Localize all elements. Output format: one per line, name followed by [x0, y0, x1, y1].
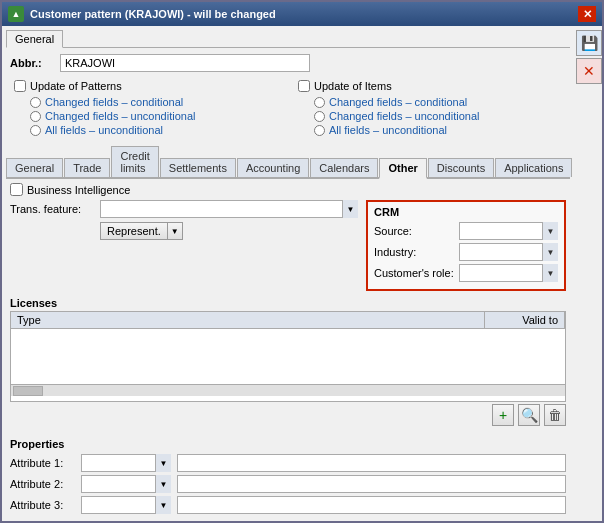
crm-industry-row: Industry: ▼ [374, 243, 558, 261]
crm-role-select[interactable] [459, 264, 558, 282]
add-license-button[interactable]: + [492, 404, 514, 426]
attr2-select-wrapper: ▼ [81, 475, 171, 493]
tab-calendars[interactable]: Calendars [310, 158, 378, 177]
tab-settlements[interactable]: Settlements [160, 158, 236, 177]
attr3-select[interactable] [81, 496, 171, 514]
bi-checkbox[interactable] [10, 183, 23, 196]
crm-role-label: Customer's role: [374, 267, 459, 279]
update-items-checkbox[interactable] [298, 80, 310, 92]
bi-row: Business Intelligence [6, 183, 570, 196]
delete-button[interactable]: ✕ [576, 58, 602, 84]
crm-panel: CRM Source: ▼ Industry: [366, 200, 566, 291]
attr3-select-wrapper: ▼ [81, 496, 171, 514]
crm-source-select[interactable] [459, 222, 558, 240]
title-bar-left: ▲ Customer pattern (KRAJOWI) - will be c… [8, 6, 276, 22]
items-radio-3: All fields – unconditional [314, 124, 562, 136]
update-patterns-header: Update of Patterns [14, 80, 278, 92]
table-body[interactable] [11, 329, 565, 384]
items-radio-conditional[interactable] [314, 97, 325, 108]
abbr-row: Abbr.: [6, 54, 570, 72]
delete-license-button[interactable]: 🗑 [544, 404, 566, 426]
attr3-row: Attribute 3: ▼ [10, 496, 566, 514]
scroll-thumb[interactable] [13, 386, 43, 396]
attr1-select-wrapper: ▼ [81, 454, 171, 472]
abbr-label: Abbr.: [10, 57, 60, 69]
patterns-radio-all[interactable] [30, 125, 41, 136]
table-actions: + 🔍 🗑 [10, 402, 566, 428]
properties-title: Properties [10, 438, 566, 450]
col-valid: Valid to [485, 312, 565, 328]
attr2-label: Attribute 2: [10, 478, 75, 490]
tab-content-other: Business Intelligence Trans. feature: ▼ [6, 183, 570, 517]
inner-content: Trans. feature: ▼ Represent. ▼ [6, 200, 570, 291]
represent-dropdown-button[interactable]: ▼ [168, 222, 183, 240]
attr1-select[interactable] [81, 454, 171, 472]
window-title: Customer pattern (KRAJOWI) - will be cha… [30, 8, 276, 20]
right-sidebar: 💾 ✕ [574, 26, 602, 521]
licenses-section: Licenses Type Valid to + [10, 297, 566, 428]
items-radio-unconditional[interactable] [314, 111, 325, 122]
main-content: General Abbr.: Update of Patterns Chan [2, 26, 574, 521]
tab-applications[interactable]: Applications [495, 158, 572, 177]
title-bar: ▲ Customer pattern (KRAJOWI) - will be c… [2, 2, 602, 26]
attr1-input[interactable] [177, 454, 566, 472]
update-items-group: Update of Items Changed fields – conditi… [298, 80, 562, 138]
search-license-button[interactable]: 🔍 [518, 404, 540, 426]
crm-role-wrapper: ▼ [459, 264, 558, 282]
items-radio-all[interactable] [314, 125, 325, 136]
items-radio-2: Changed fields – unconditional [314, 110, 562, 122]
represent-row: Represent. ▼ [10, 222, 358, 240]
abbr-input[interactable] [60, 54, 310, 72]
crm-role-row: Customer's role: ▼ [374, 264, 558, 282]
update-section: Update of Patterns Changed fields – cond… [6, 76, 570, 142]
attr1-label: Attribute 1: [10, 457, 75, 469]
crm-industry-label: Industry: [374, 246, 459, 258]
attr3-label: Attribute 3: [10, 499, 75, 511]
window-close-button[interactable]: ✕ [578, 6, 596, 22]
tab-discounts[interactable]: Discounts [428, 158, 494, 177]
licenses-title: Licenses [10, 297, 566, 309]
patterns-radio-unconditional[interactable] [30, 111, 41, 122]
attr2-select[interactable] [81, 475, 171, 493]
content-area: General Abbr.: Update of Patterns Chan [2, 26, 602, 521]
horizontal-scrollbar[interactable] [11, 384, 565, 396]
update-patterns-group: Update of Patterns Changed fields – cond… [14, 80, 278, 138]
app-icon: ▲ [8, 6, 24, 22]
patterns-radio-conditional[interactable] [30, 97, 41, 108]
crm-industry-select[interactable] [459, 243, 558, 261]
save-button[interactable]: 💾 [576, 30, 602, 56]
main-window: ▲ Customer pattern (KRAJOWI) - will be c… [0, 0, 604, 523]
patterns-radio-1: Changed fields – conditional [30, 96, 278, 108]
trans-feature-label: Trans. feature: [10, 203, 100, 215]
update-items-header: Update of Items [298, 80, 562, 92]
attr2-input[interactable] [177, 475, 566, 493]
patterns-radio-2: Changed fields – unconditional [30, 110, 278, 122]
attr2-row: Attribute 2: ▼ [10, 475, 566, 493]
table-header: Type Valid to [11, 312, 565, 329]
crm-industry-wrapper: ▼ [459, 243, 558, 261]
crm-source-label: Source: [374, 225, 459, 237]
tab-other[interactable]: Other [379, 158, 426, 179]
tab-credit-limits[interactable]: Credit limits [111, 146, 158, 177]
tab-general[interactable]: General [6, 158, 63, 177]
crm-source-wrapper: ▼ [459, 222, 558, 240]
trans-feature-select[interactable] [100, 200, 358, 218]
update-patterns-checkbox[interactable] [14, 80, 26, 92]
col-type: Type [11, 312, 485, 328]
tab-trade[interactable]: Trade [64, 158, 110, 177]
outer-tab-general[interactable]: General [6, 30, 63, 48]
outer-tab-bar: General [6, 30, 570, 48]
attr1-row: Attribute 1: ▼ [10, 454, 566, 472]
tab-accounting[interactable]: Accounting [237, 158, 309, 177]
bi-check: Business Intelligence [10, 183, 130, 196]
trans-feature-select-wrapper: ▼ [100, 200, 358, 218]
attr3-input[interactable] [177, 496, 566, 514]
bi-label: Business Intelligence [27, 184, 130, 196]
patterns-radio-3: All fields – unconditional [30, 124, 278, 136]
save-icon: 💾 [581, 35, 598, 51]
crm-title: CRM [374, 206, 558, 218]
delete-icon: ✕ [583, 63, 595, 79]
items-radio-1: Changed fields – conditional [314, 96, 562, 108]
tabs-row: General Trade Credit limits Settlements … [6, 146, 570, 179]
represent-button[interactable]: Represent. [100, 222, 168, 240]
